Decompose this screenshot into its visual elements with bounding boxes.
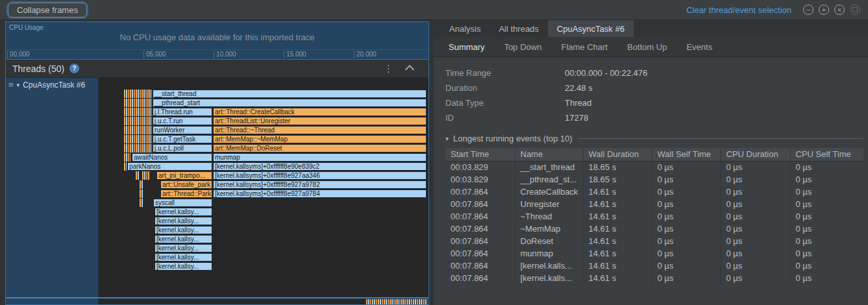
col-cpu-duration[interactable]: CPU Duration bbox=[721, 148, 790, 161]
flame-frame[interactable]: j.u.c.T.run bbox=[153, 117, 212, 125]
flame-frame[interactable]: syscall bbox=[153, 199, 212, 207]
flame-mini-frames[interactable] bbox=[124, 117, 152, 125]
thread-label-row[interactable]: ≡ ▾ CpuAsyncTask #6 bbox=[6, 78, 98, 92]
flame-mini-frames[interactable] bbox=[124, 126, 152, 134]
flame-frame[interactable]: munmap bbox=[213, 153, 427, 162]
cpu-usage-panel[interactable]: CPU Usage No CPU usage data available fo… bbox=[6, 22, 428, 60]
more-options-icon[interactable]: ⋮ bbox=[380, 64, 397, 73]
tab-all-threads[interactable]: All threads bbox=[490, 20, 547, 37]
event-cell: 0 µs bbox=[721, 210, 790, 223]
axis-tick: 15.000 bbox=[284, 51, 306, 58]
event-row[interactable]: 00:07.864[kernel.kalls...14.61 s0 µs0 µs… bbox=[445, 272, 863, 284]
section-collapse-icon[interactable]: ▾ bbox=[445, 135, 449, 142]
flame-frame[interactable]: art::Thread::Park bbox=[160, 189, 212, 198]
flame-mini-frames[interactable] bbox=[140, 189, 143, 198]
subtab-bottom-up[interactable]: Bottom Up bbox=[617, 42, 676, 52]
flame-mini-frames[interactable] bbox=[124, 108, 152, 116]
subtab-top-down[interactable]: Top Down bbox=[495, 42, 552, 52]
thread-track-label[interactable]: ≡ ▾ CpuAsyncTask #6 bbox=[6, 78, 99, 297]
flame-frame[interactable]: __pthread_start bbox=[153, 99, 427, 107]
event-cell: 0 µs bbox=[652, 186, 721, 198]
collapse-threads-icon[interactable] bbox=[405, 65, 414, 74]
flame-frame[interactable]: __start_thread bbox=[153, 90, 427, 98]
col-wall-self-time[interactable]: Wall Self Time bbox=[652, 148, 721, 161]
flame-frame[interactable]: j.u.c.T.getTask bbox=[153, 135, 212, 143]
event-row[interactable]: 00:03.829__pthread_st...18.65 s0 µs0 µs0… bbox=[445, 173, 863, 186]
flame-mini-frames[interactable] bbox=[140, 199, 143, 207]
flame-frame[interactable]: j.u.c.L.poll bbox=[153, 144, 212, 152]
flame-frame[interactable]: j.l.Thread.run bbox=[153, 108, 212, 116]
help-icon[interactable]: ? bbox=[69, 64, 79, 73]
flame-mini-frames[interactable] bbox=[124, 135, 152, 143]
flame-frame[interactable]: [kernel.kallsy... bbox=[155, 226, 212, 234]
next-thread-label[interactable] bbox=[6, 299, 99, 304]
flame-frame[interactable]: [kernel.kallsyms]+0xffffff8e927aa346 bbox=[213, 171, 427, 180]
flame-chart[interactable]: __start_thread__pthread_startj.l.Thread.… bbox=[99, 78, 428, 297]
subtab-flame-chart[interactable]: Flame Chart bbox=[551, 42, 617, 52]
events-section-header[interactable]: ▾ Longest running events (top 10) bbox=[445, 134, 863, 143]
flame-mini-frames[interactable] bbox=[124, 99, 152, 107]
event-row[interactable]: 00:07.864Unregister14.61 s0 µs0 µs0 µs bbox=[445, 198, 863, 210]
flame-mini-frames[interactable] bbox=[124, 162, 127, 171]
flame-frame[interactable]: art::MemMap::~MemMap bbox=[213, 135, 427, 143]
event-cell: 0 µs bbox=[721, 173, 790, 186]
col-start-time[interactable]: Start Time bbox=[445, 148, 515, 161]
subtab-events[interactable]: Events bbox=[676, 42, 722, 52]
event-cell: 0 µs bbox=[721, 223, 790, 235]
tab-analysis[interactable]: Analysis bbox=[440, 20, 490, 37]
col-cpu-self-time[interactable]: CPU Self Time bbox=[790, 148, 863, 161]
flame-mini-frames[interactable] bbox=[124, 90, 152, 98]
flame-frame[interactable]: art::Unsafe_park bbox=[160, 180, 212, 189]
flame-mini-frames[interactable] bbox=[136, 171, 140, 180]
flame-frame[interactable]: [kernel.kallsyms]+0xffffff8e927a9782 bbox=[213, 180, 427, 189]
collapse-frames-button[interactable]: Collapse frames bbox=[8, 3, 87, 18]
event-row[interactable]: 00:07.864CreateCallback14.61 s0 µs0 µs0 … bbox=[445, 186, 863, 198]
field-value: 22.48 s bbox=[565, 83, 593, 93]
flame-frame[interactable]: awaitNanos bbox=[132, 153, 212, 162]
flame-frame[interactable]: art::Thread::CreateCallback bbox=[213, 108, 427, 116]
flame-frame[interactable]: art_jni_trampo... bbox=[156, 171, 212, 180]
event-row[interactable]: 00:07.864~Thread14.61 s0 µs0 µs0 µs bbox=[445, 210, 863, 223]
zoom-out-icon[interactable]: − bbox=[803, 5, 813, 15]
flame-mini-frames[interactable] bbox=[142, 171, 150, 180]
event-cell: [kernel.kalls... bbox=[515, 260, 583, 272]
zoom-to-selection-icon[interactable] bbox=[850, 5, 860, 15]
flame-mini-frames[interactable] bbox=[366, 299, 427, 304]
flame-frame[interactable]: art::MemMap::DoReset bbox=[213, 144, 427, 152]
flame-frame[interactable]: parkNanos bbox=[127, 162, 212, 171]
flame-frame[interactable]: [kernel.kallsyms]+0xffffff8e927a9784 bbox=[213, 189, 427, 198]
flame-frame[interactable]: [kernel.kallsy... bbox=[155, 244, 212, 252]
flame-mini-frames[interactable] bbox=[124, 144, 152, 152]
col-wall-duration[interactable]: Wall Duration bbox=[583, 148, 652, 161]
flame-frame[interactable]: runWorker bbox=[153, 126, 212, 134]
flame-frame[interactable]: [kernel.kallsy... bbox=[155, 217, 212, 225]
event-cell: 14.61 s bbox=[583, 223, 652, 235]
thread-name: CpuAsyncTask #6 bbox=[23, 80, 85, 90]
event-row[interactable]: 00:07.864[kernel.kalls...14.61 s0 µs0 µs… bbox=[445, 260, 863, 272]
flame-mini-frames[interactable] bbox=[140, 180, 143, 189]
event-row[interactable]: 00:07.864DoReset14.61 s0 µs0 µs0 µs bbox=[445, 235, 863, 247]
event-cell: 0 µs bbox=[652, 247, 721, 260]
expand-arrow-icon[interactable]: ▾ bbox=[17, 82, 20, 88]
flame-row: [kernel.kallsy... bbox=[99, 217, 428, 225]
clear-selection-link[interactable]: Clear thread/event selection bbox=[686, 5, 791, 15]
flame-frame[interactable]: [kernel.kallsyms]+0xffffff8e90e839c2 bbox=[213, 162, 427, 171]
flame-frame[interactable]: [kernel.kallsy... bbox=[155, 253, 212, 262]
flame-mini-frames[interactable] bbox=[124, 153, 130, 162]
reset-zoom-icon[interactable]: × bbox=[834, 5, 845, 15]
event-row[interactable]: 00:03.829__start_thread18.65 s0 µs0 µs0 … bbox=[445, 161, 863, 173]
flame-frame[interactable]: art::ThreadList::Unregister bbox=[213, 117, 427, 125]
next-thread-track[interactable] bbox=[99, 299, 428, 304]
subtab-summary[interactable]: Summary bbox=[439, 42, 495, 52]
tab-cpuasynctask-6[interactable]: CpuAsyncTask #6 bbox=[548, 20, 634, 37]
flame-frame[interactable]: [kernel.kallsy... bbox=[155, 262, 212, 271]
zoom-in-icon[interactable]: + bbox=[819, 5, 829, 15]
flame-row: __pthread_start bbox=[99, 99, 428, 107]
flame-frame[interactable]: [kernel.kallsy... bbox=[155, 235, 212, 243]
flame-frame[interactable]: art::Thread::~Thread bbox=[213, 126, 427, 134]
flame-frame[interactable]: [kernel.kallsy... bbox=[155, 208, 212, 216]
flame-row: [kernel.kallsy... bbox=[99, 208, 428, 216]
event-row[interactable]: 00:07.864~MemMap14.61 s0 µs0 µs0 µs bbox=[445, 223, 863, 235]
col-name[interactable]: Name bbox=[515, 148, 583, 161]
event-row[interactable]: 00:07.864munmap14.61 s0 µs0 µs0 µs bbox=[445, 247, 863, 260]
